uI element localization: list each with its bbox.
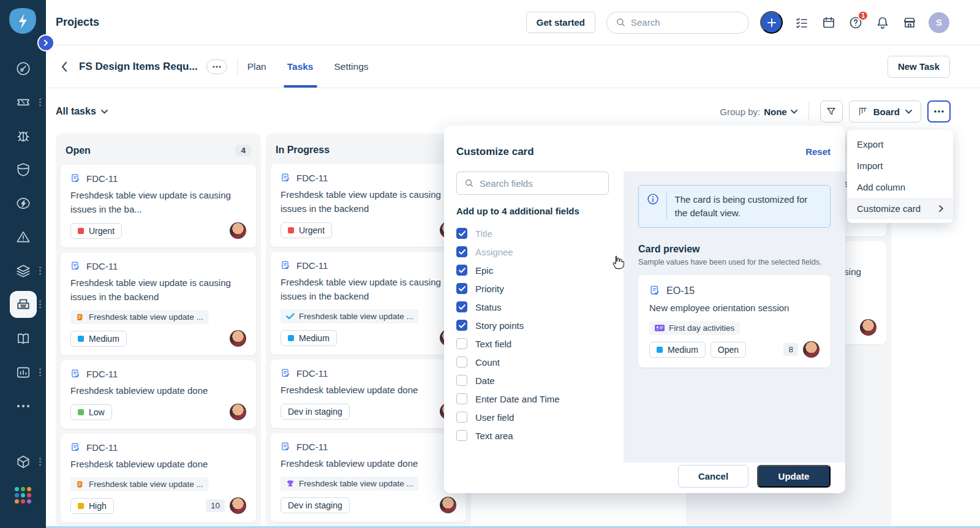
task-card[interactable]: FDC-11 Freshdesk table view update is ca… bbox=[271, 164, 466, 247]
tab-settings[interactable]: Settings bbox=[334, 45, 369, 88]
tab-tasks[interactable]: Tasks bbox=[287, 45, 314, 88]
sidebar-item-sandbox[interactable] bbox=[0, 445, 46, 478]
assignee-avatar[interactable] bbox=[230, 330, 246, 347]
task-card[interactable]: FDC-11 Freshdesk table view update is ca… bbox=[61, 165, 256, 247]
sidebar-item-more[interactable] bbox=[0, 389, 46, 423]
global-search[interactable] bbox=[606, 12, 749, 34]
task-card[interactable]: FDC-11 Freshdesk tableview update done D… bbox=[271, 360, 466, 428]
create-new-button[interactable] bbox=[760, 11, 783, 34]
drag-handle-icon[interactable] bbox=[39, 458, 42, 466]
task-card[interactable]: FDC-11 Freshdesk tableview update done F… bbox=[61, 434, 256, 522]
assignee-avatar[interactable] bbox=[230, 497, 246, 514]
task-card[interactable]: FDC-11 Freshdesk tableview update done L… bbox=[61, 360, 256, 429]
sidebar-item-services[interactable] bbox=[0, 254, 46, 287]
task-card[interactable]: FDC-11 Freshdesk table view update is ca… bbox=[271, 252, 466, 355]
menu-item-import[interactable]: Import bbox=[847, 155, 953, 176]
field-row-user-field[interactable]: User field bbox=[456, 408, 609, 426]
field-search[interactable] bbox=[456, 172, 609, 195]
filter-button[interactable] bbox=[820, 100, 843, 123]
field-row-text-area[interactable]: Text area bbox=[456, 426, 609, 445]
gauge-icon bbox=[15, 61, 31, 77]
task-card[interactable]: FDC-11 Freshdesk tableview update done F… bbox=[271, 433, 466, 522]
update-button[interactable]: Update bbox=[757, 465, 831, 488]
help-button[interactable]: 1 bbox=[848, 15, 864, 31]
sidebar-item-bugs[interactable] bbox=[0, 119, 46, 153]
field-row-status[interactable]: Status bbox=[456, 298, 609, 316]
menu-item-customize-card[interactable]: Customize card bbox=[847, 198, 953, 219]
board-icon bbox=[858, 107, 868, 116]
checkbox-unchecked[interactable] bbox=[456, 375, 467, 386]
task-icon bbox=[70, 261, 81, 271]
drag-handle-icon[interactable] bbox=[39, 300, 42, 309]
checkbox-unchecked[interactable] bbox=[456, 338, 467, 349]
sidebar-item-dashboard[interactable] bbox=[0, 51, 46, 85]
warning-triangle-icon bbox=[15, 229, 31, 245]
checkbox-checked[interactable] bbox=[456, 228, 467, 239]
task-icon bbox=[70, 173, 81, 184]
sidebar-item-automation[interactable] bbox=[0, 186, 46, 220]
field-row-title[interactable]: Title bbox=[456, 224, 609, 243]
field-search-input[interactable] bbox=[480, 178, 601, 189]
back-button[interactable] bbox=[61, 61, 68, 72]
sidebar-item-analytics[interactable] bbox=[0, 355, 46, 389]
board-more-button[interactable] bbox=[927, 100, 951, 123]
sidebar-item-knowledge[interactable] bbox=[0, 322, 46, 355]
checkbox-checked[interactable] bbox=[456, 301, 467, 312]
checkbox-unchecked[interactable] bbox=[456, 430, 467, 441]
epic-tag: First day activities bbox=[649, 321, 740, 335]
cancel-button[interactable]: Cancel bbox=[678, 465, 748, 488]
drag-handle-icon[interactable] bbox=[39, 98, 42, 107]
customize-card-modal: Customize card Reset Add up to 4 additio… bbox=[444, 126, 845, 493]
menu-item-export[interactable]: Export bbox=[847, 134, 953, 155]
assignee-avatar[interactable] bbox=[440, 497, 456, 513]
expand-sidebar-button[interactable] bbox=[37, 34, 55, 51]
info-icon bbox=[647, 193, 659, 220]
sidebar-item-app-switcher[interactable] bbox=[0, 478, 46, 512]
view-mode-button[interactable]: Board bbox=[849, 100, 921, 123]
checkbox-unchecked[interactable] bbox=[456, 356, 467, 368]
user-avatar[interactable]: S bbox=[929, 12, 949, 33]
sidebar-item-tickets[interactable] bbox=[0, 85, 46, 119]
checkbox-unchecked[interactable] bbox=[456, 412, 467, 423]
project-more-button[interactable] bbox=[206, 59, 227, 74]
assignee-avatar[interactable] bbox=[860, 319, 876, 336]
field-row-enter-date-time[interactable]: Enter Date and Time bbox=[456, 390, 609, 408]
group-by-selector[interactable]: Group by: None bbox=[720, 107, 797, 117]
tab-plan[interactable]: Plan bbox=[247, 45, 266, 88]
sidebar-item-security[interactable] bbox=[0, 153, 46, 186]
menu-item-add-column[interactable]: Add column bbox=[847, 176, 953, 198]
calendar-button[interactable] bbox=[821, 15, 837, 31]
freshworks-logo[interactable] bbox=[7, 6, 39, 37]
checkbox-checked[interactable] bbox=[456, 246, 467, 257]
field-row-epic[interactable]: Epic bbox=[456, 261, 609, 279]
divider bbox=[809, 102, 809, 121]
field-row-story-points[interactable]: Story points bbox=[456, 316, 609, 334]
bug-icon bbox=[15, 128, 31, 144]
todo-list-button[interactable] bbox=[794, 15, 810, 31]
drag-handle-icon[interactable] bbox=[39, 266, 42, 275]
new-task-button[interactable]: New Task bbox=[888, 56, 950, 78]
field-row-date[interactable]: Date bbox=[456, 371, 609, 390]
checkbox-checked[interactable] bbox=[456, 283, 467, 294]
get-started-button[interactable]: Get started bbox=[526, 12, 595, 33]
task-card[interactable]: FDC-11 Freshdesk table view update is ca… bbox=[61, 252, 256, 355]
assignee-avatar[interactable] bbox=[230, 222, 246, 239]
checkbox-checked[interactable] bbox=[456, 320, 467, 331]
task-icon bbox=[70, 442, 81, 453]
notifications-button[interactable] bbox=[875, 15, 891, 31]
marketplace-button[interactable] bbox=[902, 15, 918, 31]
field-row-assignee[interactable]: Assignee bbox=[456, 243, 609, 261]
search-input[interactable] bbox=[631, 17, 740, 28]
sidebar-item-alerts[interactable] bbox=[0, 220, 46, 254]
field-row-priority[interactable]: Priority bbox=[456, 279, 609, 298]
sidebar-item-projects-active[interactable] bbox=[0, 287, 46, 322]
task-view-selector[interactable]: All tasks bbox=[56, 106, 108, 117]
checkbox-unchecked[interactable] bbox=[456, 393, 467, 404]
drag-handle-icon[interactable] bbox=[39, 368, 42, 377]
field-row-count[interactable]: Count bbox=[456, 353, 609, 371]
checkbox-checked[interactable] bbox=[456, 265, 467, 276]
reset-link[interactable]: Reset bbox=[805, 146, 831, 157]
priority-color-square bbox=[657, 347, 663, 353]
assignee-avatar[interactable] bbox=[230, 404, 246, 420]
field-row-text-field[interactable]: Text field bbox=[456, 334, 609, 353]
